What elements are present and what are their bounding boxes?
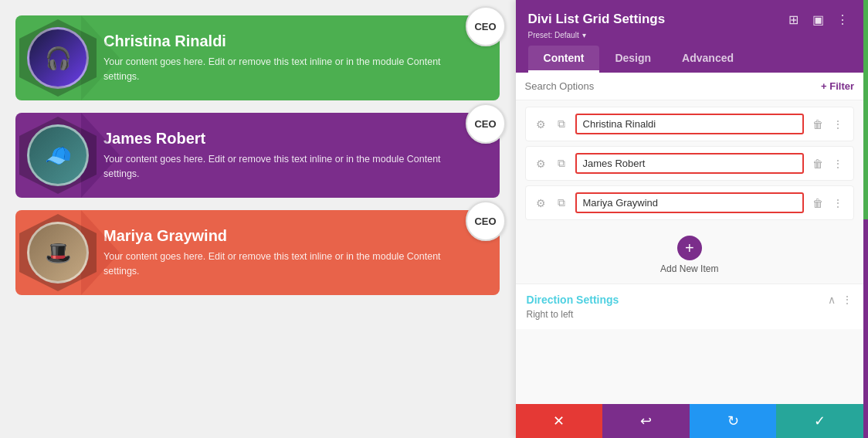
copy-icon[interactable]: ⧉ xyxy=(554,117,569,132)
search-input[interactable] xyxy=(525,80,815,92)
settings-icon[interactable]: ⚙ xyxy=(534,195,549,211)
direction-value: Right to left xyxy=(527,306,853,320)
card-content-card-james: James Robert Your content goes here. Edi… xyxy=(100,117,500,194)
responsive-icon[interactable]: ⊞ xyxy=(785,11,802,28)
direction-section: Direction Settings ∧ ⋮ Right to left xyxy=(516,284,864,329)
item-icons: ⚙ ⧉ xyxy=(534,156,569,171)
left-panel: CEO 🎧 Christina Rinaldi Your content goe… xyxy=(0,0,515,438)
direction-more-icon[interactable]: ⋮ xyxy=(842,294,853,306)
avatar-image: 🎧 xyxy=(29,29,86,87)
undo-button[interactable]: ↩ xyxy=(602,404,690,438)
card-avatar: 🧢 xyxy=(27,124,89,186)
panel-preset[interactable]: Preset: Default ▾ xyxy=(528,31,852,39)
panel-tabs: ContentDesignAdvanced xyxy=(528,46,852,73)
card-avatar: 🎧 xyxy=(27,27,89,89)
card-desc: Your content goes here. Edit or remove t… xyxy=(103,55,453,84)
tab-content[interactable]: Content xyxy=(528,46,600,73)
search-row: + Filter xyxy=(516,73,864,100)
item-actions: 🗑 ⋮ xyxy=(810,156,846,171)
direction-controls: ∧ ⋮ xyxy=(828,294,853,306)
delete-icon[interactable]: 🗑 xyxy=(810,195,826,211)
add-new-label: Add New Item xyxy=(660,263,718,274)
item-actions: 🗑 ⋮ xyxy=(810,117,846,132)
card-james: CEO 🧢 James Robert Your content goes her… xyxy=(15,113,500,198)
card-name: Christina Rinaldi xyxy=(103,32,453,50)
item-name-item-mariya[interactable]: Mariya Graywind xyxy=(575,192,805,213)
card-content-card-christina: Christina Rinaldi Your content goes here… xyxy=(100,20,500,97)
redo-button[interactable]: ↻ xyxy=(690,404,777,438)
add-new-item-section[interactable]: + Add New Item xyxy=(516,226,864,284)
item-actions: 🗑 ⋮ xyxy=(810,195,846,211)
item-icons: ⚙ ⧉ xyxy=(534,117,569,132)
settings-icon[interactable]: ⚙ xyxy=(534,156,549,171)
copy-icon[interactable]: ⧉ xyxy=(554,156,569,171)
item-icons: ⚙ ⧉ xyxy=(534,195,569,211)
card-avatar: 🎩 xyxy=(27,222,89,284)
list-item-item-mariya: ⚙ ⧉ Mariya Graywind 🗑 ⋮ xyxy=(525,185,855,220)
card-content-card-mariya: Mariya Graywind Your content goes here. … xyxy=(100,215,500,291)
add-circle-button[interactable]: + xyxy=(677,236,702,260)
layout-icon[interactable]: ▣ xyxy=(809,11,826,28)
list-item-item-christina: ⚙ ⧉ Christina Rinaldi 🗑 ⋮ xyxy=(525,107,855,141)
item-name-item-james[interactable]: James Robert xyxy=(575,153,805,174)
avatar-image: 🧢 xyxy=(29,127,86,184)
more-options-icon[interactable]: ⋮ xyxy=(830,156,846,171)
items-list: ⚙ ⧉ Christina Rinaldi 🗑 ⋮ ⚙ ⧉ James Robe… xyxy=(516,100,864,226)
card-badge-card-james: CEO xyxy=(466,104,506,144)
tab-advanced[interactable]: Advanced xyxy=(666,46,749,73)
card-badge-card-christina: CEO xyxy=(466,6,506,46)
confirm-button[interactable]: ✓ xyxy=(776,404,863,438)
strip-green xyxy=(863,0,868,219)
panel-body: + Filter ⚙ ⧉ Christina Rinaldi 🗑 ⋮ ⚙ ⧉ J… xyxy=(516,73,864,404)
card-christina: CEO 🎧 Christina Rinaldi Your content goe… xyxy=(15,15,500,100)
card-name: James Robert xyxy=(103,130,453,148)
card-mariya: CEO 🎩 Mariya Graywind Your content goes … xyxy=(15,210,500,295)
panel-header: Divi List Grid Settings ⊞ ▣ ⋮ Preset: De… xyxy=(516,0,864,73)
direction-title: Direction Settings xyxy=(527,294,619,306)
card-desc: Your content goes here. Edit or remove t… xyxy=(103,152,453,182)
delete-icon[interactable]: 🗑 xyxy=(810,156,826,171)
bottom-toolbar: ✕ ↩ ↻ ✓ xyxy=(516,404,864,438)
panel-header-icons: ⊞ ▣ ⋮ xyxy=(785,11,851,28)
card-badge-card-mariya: CEO xyxy=(466,201,506,241)
right-panel: Divi List Grid Settings ⊞ ▣ ⋮ Preset: De… xyxy=(515,0,864,438)
card-avatar-wrapper: 🎧 xyxy=(15,15,100,100)
card-name: Mariya Graywind xyxy=(103,227,453,245)
card-avatar-wrapper: 🎩 xyxy=(15,210,100,295)
item-name-item-christina[interactable]: Christina Rinaldi xyxy=(575,114,805,134)
collapse-icon[interactable]: ∧ xyxy=(828,294,836,306)
card-avatar-wrapper: 🧢 xyxy=(15,113,100,198)
cancel-button[interactable]: ✕ xyxy=(516,404,603,438)
strip-purple xyxy=(863,219,868,439)
delete-icon[interactable]: 🗑 xyxy=(810,117,826,132)
avatar-image: 🎩 xyxy=(29,224,86,281)
settings-icon[interactable]: ⚙ xyxy=(534,117,549,132)
card-desc: Your content goes here. Edit or remove t… xyxy=(103,250,453,279)
sidebar-strip xyxy=(863,0,868,438)
more-options-icon[interactable]: ⋮ xyxy=(830,117,846,132)
list-item-item-james: ⚙ ⧉ James Robert 🗑 ⋮ xyxy=(525,146,855,181)
panel-title: Divi List Grid Settings xyxy=(528,12,666,27)
filter-button[interactable]: + Filter xyxy=(821,80,854,92)
more-icon[interactable]: ⋮ xyxy=(834,11,851,28)
tab-design[interactable]: Design xyxy=(599,46,666,73)
more-options-icon[interactable]: ⋮ xyxy=(830,195,846,211)
copy-icon[interactable]: ⧉ xyxy=(554,195,569,211)
